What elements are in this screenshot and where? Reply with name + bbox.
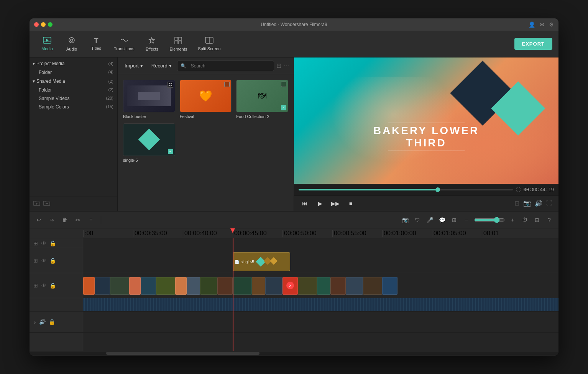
progress-thumb[interactable] (435, 187, 440, 192)
help-icon[interactable]: ? (545, 215, 554, 225)
video-clip-5 (141, 277, 156, 295)
video-track-eye-icon[interactable]: 👁 (41, 282, 46, 289)
align-button[interactable]: ≡ (86, 215, 95, 225)
video-clip-1 (83, 277, 95, 295)
pip-icon[interactable]: ⊡ (514, 200, 519, 207)
media-item-single5[interactable]: ✓ single-5 (123, 123, 175, 162)
user-icon[interactable]: 👤 (529, 21, 535, 28)
sidebar-item-sample-videos[interactable]: Sample Videos (20) (30, 94, 117, 103)
maximize-button[interactable] (48, 22, 53, 27)
scrollbar-thumb[interactable] (106, 352, 260, 355)
settings-icon[interactable]: ⚙ (549, 21, 554, 28)
export-button[interactable]: EXPORT (514, 38, 552, 50)
media-label-food: Food Collection-2 (236, 114, 288, 119)
record-label: Record (151, 63, 168, 69)
video-track-lock-icon[interactable]: 🔒 (49, 282, 56, 289)
delete-clip-icon[interactable]: ✕ (286, 282, 294, 289)
title-clip[interactable]: 📄 single-5 (233, 252, 290, 271)
tab-audio-label: Audio (66, 47, 77, 51)
sidebar-item-project-media[interactable]: ▾ Project Media (4) (30, 59, 117, 68)
snapshot-icon[interactable]: 📷 (523, 200, 531, 207)
media-label-single5: single-5 (123, 158, 175, 162)
camera-icon[interactable]: 📷 (401, 215, 410, 225)
sidebar: ▾ Project Media (4) Folder (4) ▾ (30, 57, 117, 197)
fullscreen-icon-2[interactable]: ⛶ (546, 200, 552, 207)
sidebar-item-folder-shared[interactable]: Folder (2) (30, 86, 117, 94)
sidebar-item-sample-colors[interactable]: Sample Colors (15) (30, 103, 117, 111)
mic-icon[interactable]: 🎤 (425, 215, 434, 225)
filter-icon[interactable]: ⊟ (276, 62, 281, 69)
media-content-area: Import ▾ Record ▾ 🔍 ⊟ ⋯ (118, 57, 294, 211)
delete-button[interactable]: 🗑 (60, 215, 69, 225)
audio-track-music-icon[interactable]: ♪ (33, 319, 36, 325)
close-button[interactable] (34, 22, 39, 27)
elements-icon (174, 36, 182, 46)
video-clip-7 (175, 277, 187, 295)
split-icon[interactable]: ⊟ (532, 215, 542, 225)
shield-icon[interactable]: 🛡 (413, 215, 422, 225)
track-controls-title: ⊞ 👁 🔒 (30, 238, 83, 248)
preview-title: BAKERY LOWER THIRD (360, 125, 493, 149)
media-item-food[interactable]: 🍽 ✓ Food Collection-2 (236, 80, 288, 119)
fullscreen-icon[interactable]: ⛶ (516, 187, 521, 192)
svg-rect-6 (179, 37, 182, 40)
mail-icon[interactable]: ✉ (540, 21, 544, 28)
media-item-festival[interactable]: 🧡 Festival (180, 80, 232, 119)
minimize-button[interactable] (41, 22, 46, 27)
track-eye-icon[interactable]: 👁 (41, 240, 46, 246)
tab-titles[interactable]: T Titles (85, 35, 108, 53)
left-bottom-icons (30, 197, 117, 211)
tab-effects[interactable]: Effects (140, 34, 163, 54)
tab-splitscreen[interactable]: Split Screen (193, 34, 225, 53)
video-clip-18 (346, 277, 363, 295)
video-track: ⊞ 👁 🔒 (30, 273, 558, 298)
audio-track-volume-icon[interactable]: 🔊 (39, 319, 46, 325)
skip-back-button[interactable]: ⏮ (300, 199, 309, 208)
sidebar-item-folder-project[interactable]: Folder (4) (30, 68, 117, 77)
zoom-slider[interactable] (474, 217, 505, 223)
stop-button[interactable]: ■ (346, 199, 355, 208)
delete-folder-icon[interactable] (43, 200, 50, 208)
main-toolbar: Media Audio T Titles Transitions (30, 31, 558, 57)
redo-button[interactable]: ↪ (47, 215, 56, 225)
tab-transitions[interactable]: Transitions (109, 34, 139, 53)
fast-forward-button[interactable]: ▶▶ (331, 199, 340, 208)
left-panel: ▾ Project Media (4) Folder (4) ▾ (30, 57, 118, 211)
media-thumb-festival: 🧡 (180, 80, 232, 112)
title-track-fit-icon[interactable]: ⊞ (33, 258, 38, 264)
clock-icon[interactable]: ⏱ (520, 215, 529, 225)
tab-audio[interactable]: Audio (60, 34, 83, 54)
audio-wave-track (30, 298, 558, 312)
timeline-body: :00 00:00:35:00 00:00:40:00 00:00:45:00 … (30, 228, 558, 351)
play-button[interactable]: ▶ (315, 199, 325, 208)
grid-view-icon[interactable]: ⋯ (284, 62, 290, 69)
import-button[interactable]: Import ▾ (122, 61, 146, 71)
tab-media[interactable]: Media (36, 34, 59, 53)
plus-icon[interactable]: + (508, 215, 517, 225)
sidebar-item-shared-media[interactable]: ▾ Shared Media (2) (30, 77, 117, 86)
undo-button[interactable]: ↩ (34, 215, 43, 225)
audio-waveform-bar (83, 298, 558, 311)
audio-track-lock-icon[interactable]: 🔒 (49, 319, 55, 325)
progress-bar[interactable] (299, 189, 513, 190)
volume-icon[interactable]: 🔊 (535, 200, 542, 207)
track-fit-icon[interactable]: ⊞ (33, 240, 38, 246)
tab-elements[interactable]: Elements (165, 34, 192, 54)
media-item-blockbuster[interactable]: Block buster (123, 80, 175, 119)
video-clip-4 (129, 277, 141, 295)
track-lock-icon[interactable]: 🔒 (49, 240, 56, 246)
window-title: Untitled - Wondershare Filmora9 (261, 22, 327, 27)
progress-fill (299, 189, 438, 190)
cut-button[interactable]: ✂ (73, 215, 82, 225)
timeline-scrollbar[interactable] (30, 352, 558, 355)
title-track-lock-icon[interactable]: 🔒 (49, 258, 56, 264)
minus-icon[interactable]: − (462, 215, 471, 225)
subtitle-icon[interactable]: 💬 (437, 215, 447, 225)
record-button[interactable]: Record ▾ (148, 61, 175, 71)
search-input[interactable] (188, 61, 245, 71)
search-area: 🔍 ⊟ ⋯ (177, 61, 290, 71)
video-track-fit-icon[interactable]: ⊞ (33, 282, 38, 289)
transition-icon[interactable]: ⊞ (450, 215, 459, 225)
new-folder-icon[interactable] (33, 200, 40, 208)
title-track-eye-icon[interactable]: 👁 (41, 258, 46, 264)
